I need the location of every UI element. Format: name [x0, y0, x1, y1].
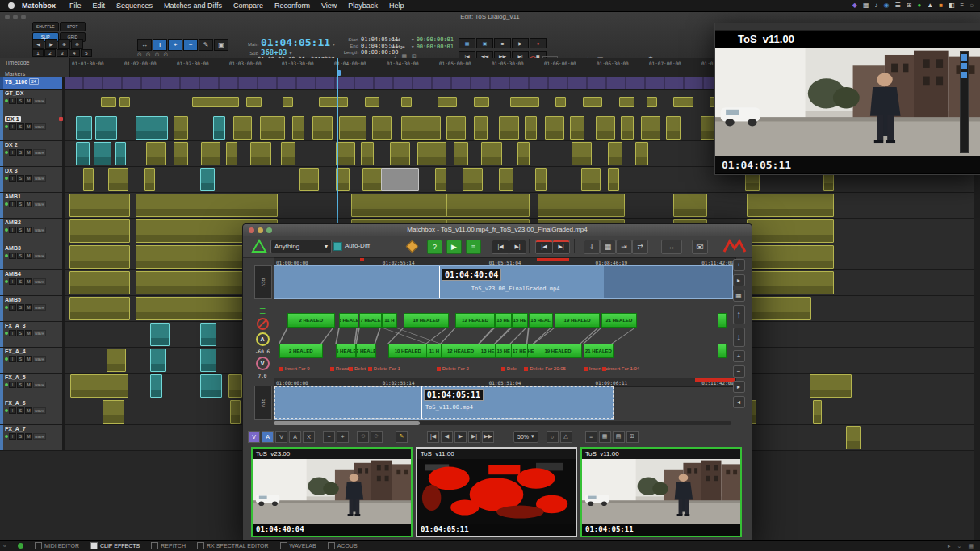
audio-clip[interactable] — [336, 168, 350, 191]
track-m-button[interactable]: M — [25, 123, 32, 130]
healed-match-block[interactable]: 17 HE — [511, 344, 528, 358]
columns-view-button[interactable]: ⊞ — [626, 431, 639, 443]
audio-clip[interactable] — [94, 142, 111, 165]
timecode-ruler-label[interactable]: Timecode — [0, 58, 70, 69]
trim-tool[interactable]: ↔ — [137, 39, 152, 51]
menubar-status-icon[interactable]: ≡ — [961, 0, 965, 11]
go-to-start-button[interactable]: |◀ — [427, 431, 439, 443]
menu-item-help[interactable]: Help — [383, 2, 410, 10]
track-view-selector[interactable]: wave — [33, 356, 46, 362]
audio-clip[interactable] — [747, 245, 835, 269]
track-name[interactable]: FX_A_7 — [5, 426, 26, 432]
track-s-button[interactable]: S — [17, 149, 24, 156]
main-counter[interactable]: 01:04:05:11 — [261, 36, 330, 48]
zoom-in-button[interactable]: + — [337, 431, 349, 443]
audio-clip[interactable] — [200, 374, 222, 398]
track-i-button[interactable]: I — [9, 356, 16, 362]
audio-clip[interactable] — [76, 142, 90, 165]
mail-report-icon[interactable]: ✉ — [692, 240, 708, 254]
step-back-button[interactable]: ◂ — [733, 396, 745, 408]
statusbar-item[interactable]: REPITCH — [151, 542, 186, 549]
audio-clip[interactable] — [150, 323, 170, 346]
audio-clip[interactable] — [381, 168, 419, 191]
track-name[interactable]: FX_A_6 — [5, 400, 26, 406]
audio-clip[interactable] — [538, 194, 626, 217]
audio-clip[interactable] — [517, 142, 530, 165]
diff-marker[interactable]: Delete For 1 — [368, 366, 400, 371]
audio-clip[interactable] — [747, 219, 835, 243]
rail-zoom-out-button[interactable]: − — [733, 365, 745, 378]
track-view-selector[interactable]: wave — [33, 330, 46, 336]
statusbar-right-icons[interactable]: ▸⌄▦ — [948, 543, 980, 549]
statusbar-item[interactable]: RX SPECTRAL EDITOR — [197, 542, 269, 549]
video-offset-icon[interactable]: V — [256, 357, 270, 370]
menubar-status-icon[interactable]: ♪ — [875, 0, 878, 11]
track-m-button[interactable]: M — [25, 433, 32, 440]
audio-clip[interactable] — [101, 97, 116, 107]
track-input-dot[interactable] — [5, 254, 8, 257]
audio-clip[interactable] — [365, 97, 380, 107]
track-input-dot[interactable] — [5, 99, 8, 102]
menu-item-compare[interactable]: Compare — [228, 2, 269, 10]
track-header[interactable]: DX 2ISMwave — [0, 141, 65, 166]
track-header[interactable]: FX_A_7ISMwave — [0, 425, 65, 450]
track-header[interactable]: DX 1ISMwave — [0, 115, 65, 140]
apple-menu-icon[interactable] — [8, 2, 15, 9]
edit-cursor-marker[interactable] — [337, 70, 341, 76]
previous-match-button[interactable]: |◀ — [492, 240, 509, 254]
healed-match-block[interactable]: 10 HEALED — [388, 344, 428, 358]
diff-marker[interactable]: Insert For 9 — [279, 366, 310, 371]
track-s-button[interactable]: S — [17, 433, 24, 440]
track-i-button[interactable]: I — [9, 123, 16, 130]
audio-clip[interactable] — [108, 168, 128, 191]
audio-clip[interactable] — [69, 297, 130, 320]
healed-match-block[interactable]: 6 HEALE — [339, 313, 358, 328]
audio-clip[interactable] — [250, 142, 272, 165]
track-input-dot[interactable] — [5, 435, 8, 438]
track-m-button[interactable]: M — [25, 149, 32, 156]
track-header[interactable]: AMB3ISMwave — [0, 244, 65, 269]
play-match-button[interactable]: ▶ — [446, 240, 462, 254]
audio-clip[interactable] — [535, 168, 546, 191]
track-view-selector[interactable]: wave — [33, 278, 46, 285]
zoom-preset-5[interactable]: 5 — [81, 49, 92, 57]
diff-marker[interactable]: Delet — [349, 366, 366, 371]
main-counter-caret[interactable]: ▾ — [333, 41, 335, 47]
track-i-button[interactable]: I — [9, 382, 16, 388]
track-input-dot[interactable] — [5, 151, 8, 154]
list-view-button[interactable]: ≡ — [585, 431, 597, 443]
zoom-preset-3[interactable]: 3 — [57, 49, 68, 57]
nudge-value[interactable]: 00:00:00:01 — [417, 44, 454, 51]
audio-clip[interactable] — [281, 142, 295, 165]
track-view-selector[interactable]: wave — [33, 382, 46, 388]
audio-clip[interactable] — [417, 142, 446, 165]
audio-clip[interactable] — [150, 374, 163, 398]
audio-clip[interactable] — [69, 194, 130, 217]
menubar-app-name[interactable]: Matchbox — [22, 2, 56, 10]
track-input-dot[interactable] — [5, 306, 8, 309]
track-m-button[interactable]: M — [25, 227, 32, 233]
audio-clip[interactable] — [810, 374, 852, 398]
matchbox-titlebar[interactable]: Matchbox - ToS_v11.00.mp4_fr_ToS_v23.00_… — [243, 224, 752, 236]
pencil-tool[interactable]: ✎ — [199, 39, 213, 51]
track-name[interactable]: AMB4 — [5, 271, 21, 277]
menu-item-matches-and-diffs[interactable]: Matches and Diffs — [158, 2, 228, 10]
menu-icon[interactable]: ☰ — [259, 308, 266, 315]
track-view-selector[interactable]: wave — [33, 304, 46, 311]
track-view-selector[interactable]: wave — [33, 201, 46, 207]
audio-clip[interactable] — [608, 168, 618, 191]
audio-clip[interactable] — [213, 116, 226, 140]
track-input-dot[interactable] — [5, 280, 8, 283]
track-name[interactable]: TS_1100 — [5, 79, 27, 85]
zoom-button[interactable] — [266, 227, 272, 233]
audio-clip[interactable] — [69, 245, 130, 269]
track-input-dot[interactable] — [5, 177, 8, 180]
audio-clip[interactable] — [581, 168, 601, 191]
healed-match-block[interactable] — [718, 344, 727, 358]
track-m-button[interactable]: M — [25, 304, 32, 311]
zoom-toggle-button[interactable]: ⊕ — [58, 39, 70, 49]
healed-match-block[interactable]: 2 HEALED — [287, 313, 335, 328]
track-header[interactable]: FX_A_5ISMwave — [0, 374, 65, 399]
track-s-button[interactable]: S — [17, 227, 24, 233]
audio-clip[interactable] — [150, 349, 166, 372]
